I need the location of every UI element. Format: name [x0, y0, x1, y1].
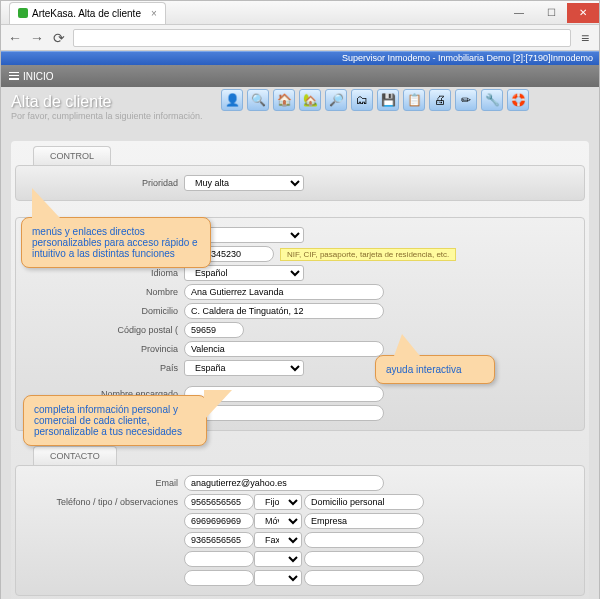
phone-num-input[interactable] [184, 551, 254, 567]
forward-icon[interactable]: → [29, 30, 45, 46]
phone-obs-input[interactable] [304, 513, 424, 529]
label-idioma: Idioma [22, 268, 184, 278]
label-provincia: Provincia [22, 344, 184, 354]
label-domicilio: Domicilio [22, 306, 184, 316]
phone-type-select[interactable]: Fax [254, 532, 302, 548]
label-nombre: Nombre [22, 287, 184, 297]
toolbar-icon[interactable]: 🔎 [325, 89, 347, 111]
phone-num-input[interactable] [184, 570, 254, 586]
toolbar-icon[interactable]: 📋 [403, 89, 425, 111]
hamburger-icon [9, 72, 19, 80]
pais-select[interactable]: España [184, 360, 304, 376]
toolbar-icon[interactable]: 🏡 [299, 89, 321, 111]
browser-titlebar: ArteKasa. Alta de cliente × — ☐ ✕ [1, 1, 599, 25]
browser-tab[interactable]: ArteKasa. Alta de cliente × [9, 2, 166, 24]
phone-type-select[interactable] [254, 551, 302, 567]
reload-icon[interactable]: ⟳ [51, 30, 67, 46]
toolbar-icon[interactable]: 🛟 [507, 89, 529, 111]
phone-type-select[interactable] [254, 570, 302, 586]
domicilio-input[interactable] [184, 303, 384, 319]
page-subtitle: Por favor, cumplimenta la siguiente info… [11, 111, 589, 121]
label-cp: Código postal ( [22, 325, 184, 335]
toolbar-icon[interactable]: ✏ [455, 89, 477, 111]
toolbar-icon[interactable]: 🔍 [247, 89, 269, 111]
toolbar-icon[interactable]: 🏠 [273, 89, 295, 111]
chrome-menu-icon[interactable]: ≡ [577, 30, 593, 46]
maximize-button[interactable]: ☐ [535, 3, 567, 23]
phone-num-input[interactable] [184, 532, 254, 548]
phone-type-select[interactable]: Fijo [254, 494, 302, 510]
callout-menus: menús y enlaces directos personalizables… [21, 217, 211, 268]
toolbar-icon[interactable]: 🔧 [481, 89, 503, 111]
close-button[interactable]: ✕ [567, 3, 599, 23]
phone-obs-input[interactable] [304, 494, 424, 510]
favicon [18, 8, 28, 18]
nombre-input[interactable] [184, 284, 384, 300]
toolbar-icon[interactable]: 🖨 [429, 89, 451, 111]
tab-close-icon[interactable]: × [151, 8, 157, 19]
toolbar-icons: 👤 🔍 🏠 🏡 🔎 🗂 💾 📋 🖨 ✏ 🔧 🛟 [221, 89, 529, 111]
toolbar-icon[interactable]: 🗂 [351, 89, 373, 111]
browser-toolbar: ← → ⟳ ≡ [1, 25, 599, 51]
email-input[interactable] [184, 475, 384, 491]
phone-obs-input[interactable] [304, 532, 424, 548]
app-menubar: INICIO [1, 65, 599, 87]
label-prioridad: Prioridad [22, 178, 184, 188]
back-icon[interactable]: ← [7, 30, 23, 46]
phone-obs-input[interactable] [304, 570, 424, 586]
tab-control[interactable]: CONTROL [33, 146, 111, 165]
callout-ayuda: ayuda interactiva [375, 355, 495, 384]
phone-num-input[interactable] [184, 494, 254, 510]
phone-obs-input[interactable] [304, 551, 424, 567]
provincia-input[interactable] [184, 341, 384, 357]
inicio-menu[interactable]: INICIO [9, 71, 54, 82]
identificacion-hint: NIF, CIF, pasaporte, tarjeta de residenc… [280, 248, 456, 261]
toolbar-icon[interactable]: 👤 [221, 89, 243, 111]
cp-input[interactable] [184, 322, 244, 338]
toolbar-icon[interactable]: 💾 [377, 89, 399, 111]
phone-type-select[interactable]: Móv [254, 513, 302, 529]
label-pais: País [22, 363, 184, 373]
tab-contacto[interactable]: CONTACTO [33, 446, 117, 465]
prioridad-select[interactable]: Muy alta [184, 175, 304, 191]
phone-num-input[interactable] [184, 513, 254, 529]
tab-title: ArteKasa. Alta de cliente [32, 8, 141, 19]
label-telefono: Teléfono / tipo / observaciones [22, 497, 184, 507]
callout-info: completa información personal y comercia… [23, 395, 207, 446]
status-bar: Supervisor Inmodemo - Inmobiliaria Demo … [1, 51, 599, 65]
minimize-button[interactable]: — [503, 3, 535, 23]
label-email: Email [22, 478, 184, 488]
url-input[interactable] [73, 29, 571, 47]
